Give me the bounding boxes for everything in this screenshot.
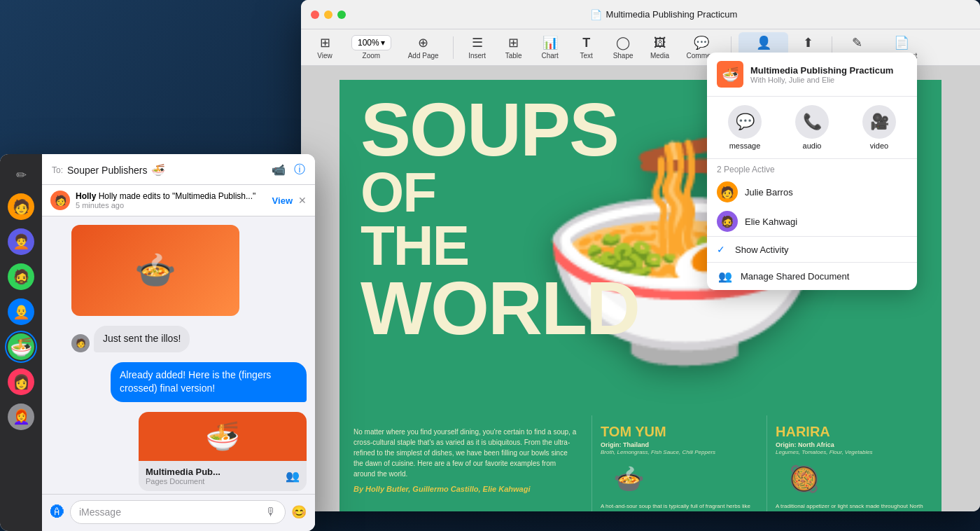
- document-icon: 📄: [894, 35, 909, 50]
- action-message-icon: 💬: [728, 105, 762, 139]
- text-icon: T: [582, 36, 590, 50]
- toolbar-add-page[interactable]: ⊕ Add Page: [401, 32, 446, 62]
- sidebar-avatar-5-active[interactable]: 🍜: [8, 333, 34, 360]
- messages-body: 🍲 🧑 Just sent the illos! Already added! …: [42, 216, 315, 494]
- input-icons: 🎙: [265, 506, 276, 518]
- notif-close-button[interactable]: ✕: [298, 195, 307, 206]
- messages-window: ✏ 🧑 🧑‍🦱 🧔 🧑‍🦲 🍜 👩 👩‍🦰 To: Souper Publish…: [0, 154, 315, 531]
- notif-time: 5 minutes ago: [76, 201, 267, 209]
- comment-icon: 💬: [694, 35, 709, 50]
- popover-doc-title: Multimedia Publishing Practicum: [750, 65, 893, 76]
- action-video[interactable]: 🎥 video: [862, 105, 896, 150]
- doc-card-bottom: Multimedia Pub... Pages Document 👥: [139, 461, 307, 491]
- window-title: 📄 Multimedia Publishing Practicum: [590, 9, 738, 20]
- show-activity-check: ✓: [717, 244, 725, 255]
- toolbar-table[interactable]: ⊞ Table: [497, 32, 531, 62]
- toolbar-zoom[interactable]: 100% ▾ Zoom: [344, 32, 398, 62]
- sidebar-avatar-6[interactable]: 👩: [8, 368, 34, 395]
- sidebar-avatar-1[interactable]: 🧑: [8, 193, 34, 220]
- traffic-lights: [311, 11, 346, 19]
- shared-image: 🍲: [71, 225, 239, 316]
- shape-icon: ◯: [616, 35, 630, 50]
- toolbar-insert[interactable]: ☰ Insert: [461, 32, 494, 62]
- popover-doc-info: Multimedia Publishing Practicum With Hol…: [750, 65, 893, 84]
- toolbar-shape[interactable]: ◯ Shape: [606, 32, 640, 62]
- doc-card-preview: 🍜: [139, 412, 307, 461]
- compose-button[interactable]: ✏: [11, 165, 31, 185]
- notif-text: Holly Holly made edits to "Multimedia Pu…: [76, 191, 267, 209]
- sender-avatar-illos: 🧑: [71, 334, 90, 352]
- show-activity-label: Show Activity: [735, 244, 789, 255]
- emoji-icon[interactable]: 😊: [291, 504, 307, 520]
- fullscreen-button[interactable]: [337, 11, 346, 19]
- toolbar-view[interactable]: ⊞ View: [308, 32, 342, 62]
- header-actions: 📹 ⓘ: [272, 163, 305, 177]
- sidebar-avatar-7[interactable]: 👩‍🦰: [8, 404, 34, 430]
- toolbar-text[interactable]: T Text: [570, 33, 603, 62]
- waveform-icon: 🎙: [265, 506, 276, 518]
- toolbar-separator: [453, 36, 454, 59]
- person-avatar-elie: 🧔: [717, 211, 738, 232]
- pages-titlebar: 📄 Multimedia Publishing Practicum: [301, 0, 980, 29]
- person-avatar-julie: 🧑: [717, 181, 738, 202]
- format-icon: ✎: [852, 35, 862, 50]
- doc-card-subtitle: Pages Document: [146, 477, 220, 485]
- bubble-already-added: Already added! Here is the (fingers cros…: [111, 362, 307, 402]
- messages-sidebar: ✏ 🧑 🧑‍🦱 🧔 🧑‍🦲 🍜 👩 👩‍🦰: [0, 154, 42, 531]
- popover-header: 🍜 Multimedia Publishing Practicum With H…: [707, 53, 917, 97]
- bubble-illos: Just sent the illos!: [94, 326, 190, 352]
- action-message-label: message: [729, 142, 761, 150]
- table-icon: ⊞: [508, 35, 519, 50]
- sidebar-avatar-3[interactable]: 🧔: [8, 263, 34, 290]
- view-icon: ⊞: [320, 35, 330, 50]
- action-audio[interactable]: 📞 audio: [795, 105, 829, 150]
- media-icon: 🖼: [654, 36, 666, 50]
- people-active-label: 2 People Active: [707, 159, 917, 177]
- action-video-label: video: [870, 142, 888, 150]
- video-call-icon[interactable]: 📹: [272, 163, 286, 177]
- conversation-title: To: Souper Publishers 🍜: [52, 163, 165, 177]
- manage-shared-label: Manage Shared Document: [741, 271, 849, 282]
- action-video-icon: 🎥: [862, 105, 896, 139]
- messages-header: To: Souper Publishers 🍜 📹 ⓘ: [42, 154, 315, 185]
- doc-card[interactable]: 🍜 Multimedia Pub... Pages Document 👥: [139, 412, 307, 491]
- info-icon[interactable]: ⓘ: [294, 163, 305, 177]
- shared-image-block: 🍲: [71, 225, 239, 316]
- action-audio-label: audio: [803, 142, 822, 150]
- manage-shared-item[interactable]: 👥 Manage Shared Document: [707, 262, 917, 290]
- action-audio-icon: 📞: [795, 105, 829, 139]
- message-input-bar: 🅐 iMessage 🎙 😊: [42, 494, 315, 531]
- sidebar-avatar-2[interactable]: 🧑‍🦱: [8, 228, 34, 255]
- popover-doc-icon: 🍜: [717, 61, 743, 88]
- appstore-icon[interactable]: 🅐: [50, 504, 64, 520]
- collaborate-popover: 🍜 Multimedia Publishing Practicum With H…: [707, 53, 917, 290]
- show-activity-item[interactable]: ✓ Show Activity: [707, 236, 917, 262]
- minimize-button[interactable]: [324, 11, 332, 19]
- notif-view-button[interactable]: View: [272, 195, 293, 206]
- insert-icon: ☰: [472, 35, 483, 50]
- sidebar-avatar-4[interactable]: 🧑‍🦲: [8, 298, 34, 325]
- message-already-added: Already added! Here is the (fingers cros…: [50, 362, 307, 402]
- action-message[interactable]: 💬 message: [728, 105, 762, 150]
- chart-icon: 📊: [542, 35, 558, 50]
- close-button[interactable]: [311, 11, 319, 19]
- popover-doc-subtitle: With Holly, Julie and Elie: [750, 76, 893, 84]
- toolbar-chart[interactable]: 📊 Chart: [533, 32, 567, 62]
- add-page-icon: ⊕: [418, 35, 428, 50]
- toolbar-media[interactable]: 🖼 Media: [643, 33, 677, 62]
- message-illos: 🧑 Just sent the illos!: [50, 326, 307, 352]
- doc-card-title: Multimedia Pub...: [146, 467, 220, 477]
- person-name-julie: Julie Barros: [745, 187, 793, 198]
- person-row-julie: 🧑 Julie Barros: [707, 177, 917, 207]
- person-row-elie: 🧔 Elie Kahwagi: [707, 207, 917, 236]
- doc-card-share-icon: 👥: [286, 469, 300, 483]
- message-input-field[interactable]: iMessage 🎙: [70, 500, 286, 524]
- main-title: SOUPS OF THE WORLD: [360, 94, 639, 344]
- notification-banner: 🧑 Holly Holly made edits to "Multimedia …: [42, 185, 315, 216]
- pages-app-icon: 📄: [590, 9, 602, 20]
- zoom-control[interactable]: 100% ▾: [351, 35, 391, 50]
- messages-main: To: Souper Publishers 🍜 📹 ⓘ 🧑 Holly Holl…: [42, 154, 315, 531]
- notif-avatar: 🧑: [50, 191, 70, 210]
- share-icon: ⬆: [803, 35, 813, 50]
- collaborate-icon: 👤: [756, 35, 771, 50]
